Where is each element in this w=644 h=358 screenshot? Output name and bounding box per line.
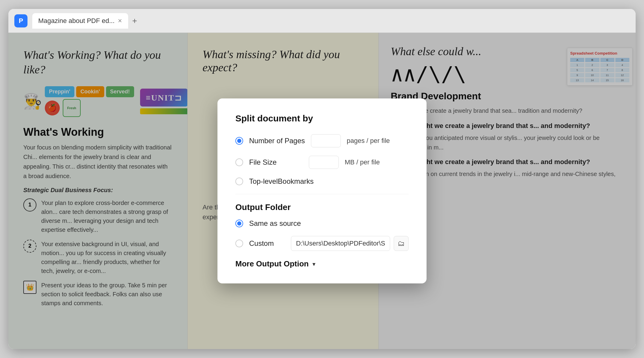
output-folder-title: Output Folder (235, 203, 409, 212)
bookmarks-label: Top-levelBookmarks (249, 177, 314, 186)
dialog-divider (235, 194, 409, 194)
option-row-number-of-pages[interactable]: Number of Pages ▲ ▼ pages / per file (235, 134, 409, 147)
radio-file-size[interactable] (235, 158, 243, 166)
app-logo: P (14, 14, 27, 27)
option-row-custom[interactable]: Custom 🗂 (235, 236, 409, 251)
content-area: What's Working? What do you like? 👨‍🍳 Pr… (8, 33, 636, 349)
browser-tab[interactable]: Magazine about PDF ed... ✕ (32, 13, 128, 29)
radio-custom[interactable] (235, 240, 243, 247)
split-dialog: Split document by Number of Pages ▲ ▼ pa… (217, 98, 427, 283)
same-as-source-label: Same as source (249, 219, 303, 228)
filesize-unit: MB / per file (345, 158, 380, 166)
option-row-file-size[interactable]: File Size ▲ ▼ MB / per file (235, 156, 409, 169)
dialog-overlay: Split document by Number of Pages ▲ ▼ pa… (8, 33, 636, 349)
browser-chrome: P Magazine about PDF ed... ✕ + (8, 9, 636, 33)
dialog-title: Split document by (235, 113, 409, 124)
option-row-bookmarks[interactable]: Top-levelBookmarks (235, 177, 409, 186)
pages-spinner[interactable]: ▲ ▼ (311, 134, 341, 147)
new-tab-button[interactable]: + (129, 16, 140, 26)
more-options-label: More Output Option (235, 259, 309, 268)
option-row-same-as-source[interactable]: Same as source (235, 219, 409, 228)
custom-label: Custom (249, 239, 285, 248)
tab-bar: Magazine about PDF ed... ✕ + (32, 13, 630, 29)
number-of-pages-label: Number of Pages (249, 137, 305, 145)
radio-bookmarks[interactable] (235, 178, 243, 185)
filesize-spinner-value[interactable] (309, 158, 339, 166)
pages-spinner-value[interactable] (311, 137, 341, 145)
tab-title: Magazine about PDF ed... (38, 17, 115, 25)
filesize-spinner[interactable]: ▲ ▼ (309, 156, 339, 169)
more-options-row[interactable]: More Output Option ▾ (235, 259, 409, 268)
browse-folder-button[interactable]: 🗂 (394, 236, 409, 251)
radio-number-of-pages[interactable] (235, 137, 243, 145)
tab-close-button[interactable]: ✕ (118, 18, 122, 24)
radio-same-as-source[interactable] (235, 220, 243, 227)
file-size-label: File Size (249, 158, 303, 166)
custom-path-input[interactable] (291, 236, 390, 251)
chevron-down-icon: ▾ (312, 260, 315, 268)
pages-unit: pages / per file (347, 137, 390, 145)
folder-icon: 🗂 (398, 239, 405, 248)
